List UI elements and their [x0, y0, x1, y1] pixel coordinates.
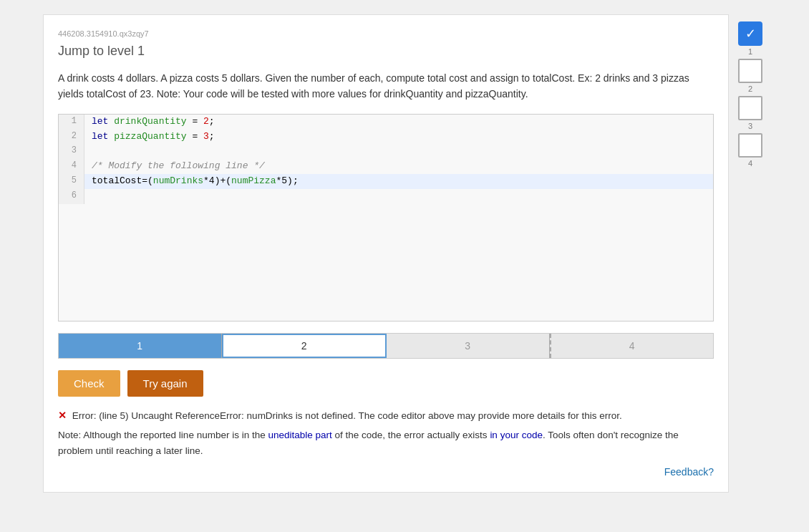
line-number-2: 2 — [59, 130, 84, 145]
line-content-3[interactable] — [84, 144, 713, 159]
progress-segment-4[interactable]: 4 — [550, 334, 714, 358]
level-item-4[interactable]: 4 — [738, 133, 762, 168]
level-badge-number-4: 4 — [748, 159, 752, 168]
progress-segment-2[interactable]: 2 — [222, 334, 387, 358]
line-content-2[interactable]: let pizzaQuantity = 3; — [84, 130, 713, 145]
level-badge-4[interactable] — [738, 133, 762, 158]
checkmark-icon: ✓ — [745, 26, 756, 42]
check-button[interactable]: Check — [58, 370, 120, 397]
line-number-3: 3 — [59, 144, 84, 159]
feedback-link[interactable]: Feedback? — [58, 466, 714, 478]
error-icon: ✕ — [58, 410, 67, 421]
error-note: Note: Although the reported line number … — [58, 427, 714, 458]
code-line-2: 2 let pizzaQuantity = 3; — [59, 130, 713, 145]
try-again-button[interactable]: Try again — [127, 370, 203, 397]
line-content-5[interactable]: totalCost=(numDrinks*4)+(numPizza*5); — [84, 174, 713, 189]
code-line-3: 3 — [59, 144, 713, 159]
level-badge-3[interactable] — [738, 96, 762, 120]
level-badge-2[interactable] — [738, 59, 762, 83]
level-badge-1[interactable]: ✓ — [738, 21, 762, 46]
note-text-2: of the code, the error actually exists — [332, 430, 490, 440]
buttons-row: Check Try again — [58, 370, 714, 397]
line-number-1: 1 — [59, 115, 84, 130]
level-badge-number-1: 1 — [748, 47, 752, 56]
line-number-6: 6 — [59, 189, 84, 204]
code-line-5: 5 totalCost=(numDrinks*4)+(numPizza*5); — [59, 174, 713, 189]
progress-segment-3[interactable]: 3 — [387, 334, 550, 358]
level-badge-number-3: 3 — [748, 122, 752, 130]
code-line-6: 6 — [59, 189, 713, 204]
line-content-4[interactable]: /* Modify the following line */ — [84, 159, 713, 174]
note-highlight-1: uneditable part — [268, 430, 331, 440]
error-section: ✕ Error: (line 5) Uncaught ReferenceErro… — [58, 408, 714, 459]
progress-segment-1[interactable]: 1 — [59, 334, 222, 358]
code-line-4: 4 /* Modify the following line */ — [59, 159, 713, 174]
level-item-3[interactable]: 3 — [738, 96, 762, 130]
error-message: Error: (line 5) Uncaught ReferenceError:… — [72, 410, 622, 421]
line-number-4: 4 — [59, 159, 84, 174]
note-text: Note: Although the reported line number … — [58, 430, 268, 440]
line-content-1[interactable]: let drinkQuantity = 2; — [84, 115, 713, 130]
problem-description: A drink costs 4 dollars. A pizza costs 5… — [58, 70, 714, 102]
error-line-1: ✕ Error: (line 5) Uncaught ReferenceErro… — [58, 408, 714, 424]
code-editor[interactable]: 1 let drinkQuantity = 2; 2 let pizzaQuan… — [58, 114, 714, 321]
line-number-5: 5 — [59, 174, 84, 189]
note-highlight-2: in your code — [490, 430, 543, 440]
progress-bar: 1 2 3 4 — [58, 333, 714, 359]
jump-to-level-heading: Jump to level 1 — [58, 44, 714, 59]
level-item-1[interactable]: ✓ 1 — [738, 21, 762, 56]
code-line-1: 1 let drinkQuantity = 2; — [59, 115, 713, 130]
app-container: 446208.3154910.qx3zqy7 Jump to level 1 A… — [43, 14, 766, 493]
level-sidebar: ✓ 1 2 3 4 — [735, 14, 766, 493]
session-id: 446208.3154910.qx3zqy7 — [58, 29, 714, 38]
level-badge-number-2: 2 — [748, 84, 752, 93]
line-content-6[interactable] — [84, 189, 713, 204]
level-item-2[interactable]: 2 — [738, 59, 762, 93]
main-panel: 446208.3154910.qx3zqy7 Jump to level 1 A… — [43, 14, 729, 493]
